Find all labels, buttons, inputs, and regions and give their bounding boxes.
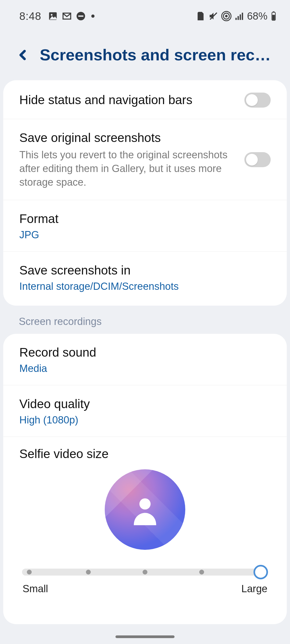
row-value: High (1080p)	[19, 414, 271, 426]
svg-point-5	[225, 15, 228, 17]
hotspot-icon	[221, 11, 231, 21]
row-title: Selfie video size	[19, 446, 271, 462]
slider-track[interactable]	[22, 569, 268, 576]
row-record-sound[interactable]: Record sound Media	[3, 334, 287, 385]
svg-rect-10	[240, 14, 241, 20]
dnd-notification-icon	[76, 11, 86, 21]
row-video-quality[interactable]: Video quality High (1080p)	[3, 385, 287, 437]
screen-recording-settings-card: Record sound Media Video quality High (1…	[3, 334, 287, 624]
page-title: Screenshots and screen recor...	[40, 46, 277, 64]
svg-point-1	[51, 14, 52, 16]
row-subtitle: This lets you revert to the original scr…	[19, 148, 229, 189]
signal-strength-icon	[234, 11, 244, 21]
back-icon[interactable]	[17, 49, 29, 61]
toggle-save-original[interactable]	[244, 152, 271, 167]
slider-label-small: Small	[23, 583, 48, 595]
person-icon	[132, 496, 158, 526]
svg-rect-9	[238, 16, 239, 20]
home-indicator[interactable]	[115, 635, 175, 638]
row-value: Media	[19, 363, 271, 374]
battery-percent: 68%	[247, 10, 267, 22]
svg-point-15	[139, 499, 151, 510]
row-hide-status-nav-bars[interactable]: Hide status and navigation bars	[3, 81, 287, 119]
row-title: Save original screenshots	[19, 130, 229, 146]
row-format[interactable]: Format JPG	[3, 200, 287, 252]
row-title: Hide status and navigation bars	[19, 92, 192, 108]
svg-rect-8	[235, 18, 237, 20]
clock: 8:48	[19, 10, 41, 22]
row-save-location[interactable]: Save screenshots in Internal storage/DCI…	[3, 252, 287, 306]
gmail-notification-icon	[62, 11, 72, 21]
svg-rect-3	[78, 16, 83, 17]
svg-rect-14	[272, 15, 275, 20]
status-left-group: 8:48	[19, 10, 95, 22]
slider-tick-1	[27, 570, 32, 575]
vibrate-mute-icon	[208, 11, 219, 21]
slider-thumb[interactable]	[253, 565, 268, 579]
row-title: Video quality	[19, 396, 271, 412]
status-bar: 8:48 68%	[0, 0, 290, 24]
sim-card-icon	[195, 11, 206, 21]
row-value: Internal storage/DCIM/Screenshots	[19, 281, 271, 292]
row-title: Save screenshots in	[19, 262, 271, 279]
row-title: Record sound	[19, 345, 271, 361]
svg-rect-11	[242, 13, 243, 20]
battery-icon	[270, 11, 277, 21]
avatar-preview-disc	[105, 469, 185, 550]
selfie-size-slider[interactable]: Small Large	[19, 569, 271, 595]
row-selfie-video-size: Selfie video size Small Large	[3, 437, 287, 608]
page-header: Screenshots and screen recor...	[0, 24, 290, 80]
selfie-size-preview	[19, 469, 271, 550]
svg-rect-13	[273, 12, 274, 12]
more-notifications-dot-icon	[91, 14, 95, 18]
slider-tick-4	[199, 570, 204, 575]
slider-tick-3	[143, 570, 147, 575]
row-title: Format	[19, 211, 271, 227]
status-right-group: 68%	[195, 10, 277, 22]
toggle-hide-bars[interactable]	[244, 93, 271, 108]
row-save-original-screenshots[interactable]: Save original screenshots This lets you …	[3, 119, 287, 200]
row-value: JPG	[19, 229, 271, 241]
screenshot-settings-card: Hide status and navigation bars Save ori…	[3, 80, 287, 306]
picture-notification-icon	[48, 11, 58, 21]
slider-tick-2	[86, 570, 91, 575]
section-label-screen-recordings: Screen recordings	[0, 306, 290, 334]
slider-label-large: Large	[241, 583, 267, 595]
